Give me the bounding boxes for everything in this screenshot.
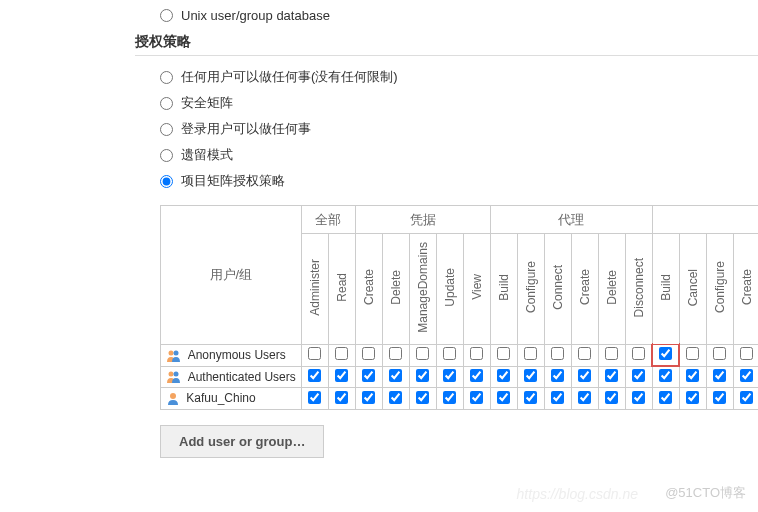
auth-option-radio-0[interactable] (160, 71, 173, 84)
permission-checkbox[interactable] (443, 391, 456, 404)
permission-checkbox[interactable] (740, 369, 753, 382)
auth-option-radio-1[interactable] (160, 97, 173, 110)
group-header: 凭据 (355, 206, 490, 234)
permission-checkbox[interactable] (632, 347, 645, 360)
permission-checkbox[interactable] (740, 347, 753, 360)
permission-header: Create (355, 234, 382, 345)
permission-checkbox[interactable] (335, 369, 348, 382)
table-row: Authenticated Users (161, 366, 759, 388)
permission-checkbox[interactable] (578, 347, 591, 360)
permission-header: Update (436, 234, 463, 345)
permission-checkbox[interactable] (470, 347, 483, 360)
group-header: 任务 (652, 206, 758, 234)
permission-checkbox[interactable] (524, 347, 537, 360)
permission-checkbox[interactable] (632, 391, 645, 404)
permission-checkbox[interactable] (389, 391, 402, 404)
group-header: 代理 (490, 206, 652, 234)
user-cell: Kafuu_Chino (161, 388, 302, 410)
permission-checkbox[interactable] (497, 369, 510, 382)
permission-header: Delete (382, 234, 409, 345)
auth-option-radio-3[interactable] (160, 149, 173, 162)
permission-header: Cancel (679, 234, 706, 345)
permission-checkbox[interactable] (335, 347, 348, 360)
permission-checkbox[interactable] (497, 347, 510, 360)
table-row: Kafuu_Chino (161, 388, 759, 410)
unix-db-label: Unix user/group database (181, 8, 330, 23)
permission-header: Delete (598, 234, 625, 345)
permission-header: Administer (301, 234, 328, 345)
permission-checkbox[interactable] (362, 369, 375, 382)
auth-option-label-4: 项目矩阵授权策略 (181, 172, 285, 190)
auth-option-label-1: 安全矩阵 (181, 94, 233, 112)
permission-checkbox[interactable] (713, 391, 726, 404)
svg-point-1 (174, 350, 179, 355)
permission-header: Build (652, 234, 679, 345)
permission-header: Read (328, 234, 355, 345)
permission-checkbox[interactable] (551, 391, 564, 404)
auth-option-radio-2[interactable] (160, 123, 173, 136)
add-user-group-button[interactable]: Add user or group… (160, 425, 324, 458)
permission-header: Configure (517, 234, 544, 345)
permission-checkbox[interactable] (740, 391, 753, 404)
permission-checkbox[interactable] (578, 369, 591, 382)
permission-checkbox[interactable] (686, 369, 699, 382)
permission-matrix: 用户/组全部凭据代理任务AdministerReadCreateDeleteMa… (160, 205, 758, 410)
user-cell: Authenticated Users (161, 366, 302, 388)
permission-checkbox[interactable] (389, 369, 402, 382)
permission-checkbox[interactable] (686, 391, 699, 404)
permission-checkbox[interactable] (389, 347, 402, 360)
permission-checkbox[interactable] (551, 369, 564, 382)
svg-point-4 (170, 393, 176, 399)
permission-checkbox[interactable] (308, 347, 321, 360)
permission-checkbox[interactable] (632, 369, 645, 382)
permission-checkbox[interactable] (605, 347, 618, 360)
auth-option-label-0: 任何用户可以做任何事(没有任何限制) (181, 68, 398, 86)
permission-header: Connect (544, 234, 571, 345)
permission-checkbox[interactable] (443, 347, 456, 360)
permission-checkbox[interactable] (686, 347, 699, 360)
auth-option-label-2: 登录用户可以做任何事 (181, 120, 311, 138)
permission-checkbox[interactable] (416, 369, 429, 382)
permission-header: Configure (706, 234, 733, 345)
permission-header: Disconnect (625, 234, 652, 345)
table-row: Anonymous Users (161, 344, 759, 366)
permission-checkbox[interactable] (362, 347, 375, 360)
permission-checkbox[interactable] (308, 391, 321, 404)
permission-checkbox[interactable] (308, 369, 321, 382)
svg-point-2 (169, 372, 174, 377)
auth-option-radio-4[interactable] (160, 175, 173, 188)
permission-checkbox[interactable] (605, 391, 618, 404)
permission-header: View (463, 234, 490, 345)
permission-checkbox[interactable] (497, 391, 510, 404)
permission-checkbox[interactable] (335, 391, 348, 404)
permission-checkbox[interactable] (443, 369, 456, 382)
permission-checkbox[interactable] (416, 347, 429, 360)
permission-checkbox[interactable] (551, 347, 564, 360)
permission-checkbox[interactable] (605, 369, 618, 382)
permission-header: ManageDomains (409, 234, 436, 345)
permission-checkbox[interactable] (713, 369, 726, 382)
permission-checkbox[interactable] (470, 391, 483, 404)
permission-checkbox[interactable] (578, 391, 591, 404)
permission-checkbox[interactable] (362, 391, 375, 404)
auth-option-label-3: 遗留模式 (181, 146, 233, 164)
permission-checkbox[interactable] (659, 347, 672, 360)
permission-header: Create (733, 234, 758, 345)
user-cell: Anonymous Users (161, 344, 302, 366)
permission-checkbox[interactable] (659, 369, 672, 382)
svg-point-3 (174, 372, 179, 377)
group-header: 全部 (301, 206, 355, 234)
permission-checkbox[interactable] (524, 369, 537, 382)
svg-point-0 (169, 350, 174, 355)
permission-checkbox[interactable] (470, 369, 483, 382)
permission-header: Build (490, 234, 517, 345)
permission-checkbox[interactable] (659, 391, 672, 404)
permission-checkbox[interactable] (713, 347, 726, 360)
permission-checkbox[interactable] (524, 391, 537, 404)
auth-strategy-title: 授权策略 (135, 33, 758, 56)
unix-db-radio[interactable] (160, 9, 173, 22)
permission-header: Create (571, 234, 598, 345)
permission-checkbox[interactable] (416, 391, 429, 404)
user-group-header: 用户/组 (161, 206, 302, 345)
